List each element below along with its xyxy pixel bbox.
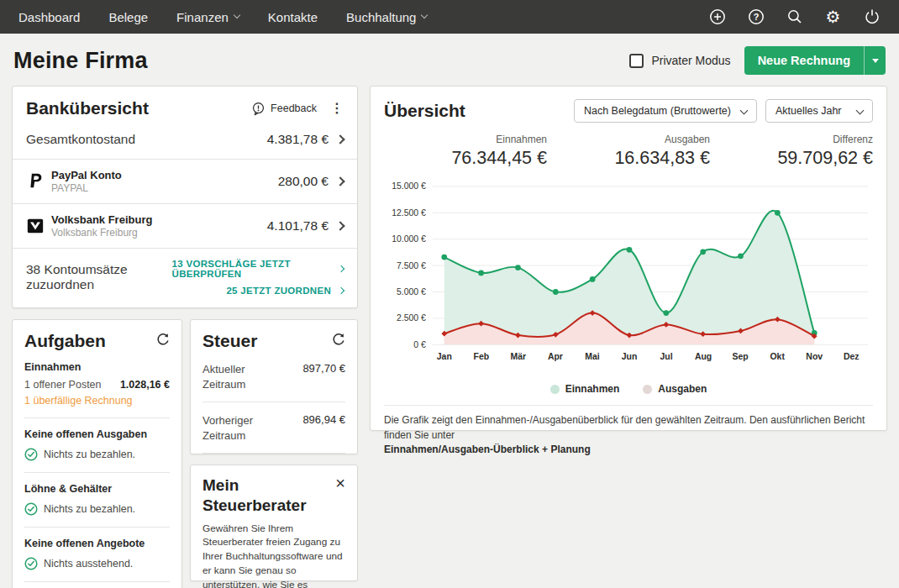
chevron-down-icon [421, 12, 428, 18]
bank-overview-card: Bankübersicht Feedback ⋮ Gesamtkontostan… [12, 86, 358, 308]
help-icon[interactable]: ? [747, 8, 765, 26]
bank-account-subtitle: Volksbank Freiburg [51, 227, 152, 239]
bank-action-link-label: 25 JETZT ZUORDNEN [226, 286, 331, 296]
bank-account-row[interactable]: PayPal KontoPAYPAL280,00 € [13, 159, 357, 203]
svg-text:7.500 €: 7.500 € [397, 261, 426, 270]
search-icon[interactable] [786, 8, 803, 26]
chevron-right-icon [335, 176, 344, 186]
bank-action-link[interactable]: 13 VORSCHLÄGE JETZT ÜBERPRÜFEN [172, 259, 344, 279]
svg-text:Sep: Sep [733, 352, 749, 361]
task-section-heading: Löhne & Gehälter [24, 483, 170, 495]
refresh-icon[interactable] [156, 333, 170, 349]
nav-item-label: Dashboard [18, 10, 80, 24]
check-circle-icon [24, 557, 38, 570]
footnote-text: Die Grafik zeigt den Einnahmen-/Ausgaben… [384, 414, 865, 440]
svg-text:Dez: Dez [844, 352, 860, 361]
feedback-button[interactable]: Feedback [251, 102, 317, 116]
unassigned-transactions-label: 38 Kontoumsätze zuzuordnen [26, 262, 172, 292]
overview-stat: Ausgaben16.634,83 € [547, 134, 710, 169]
power-icon[interactable] [863, 8, 881, 26]
task-row-value: 1.028,16 € [120, 379, 170, 391]
svg-text:15.000 €: 15.000 € [392, 181, 426, 191]
private-mode-checkbox[interactable] [629, 54, 644, 68]
task-ok-row: Nichts zu bezahlen. [24, 448, 170, 461]
chevron-right-icon [338, 287, 344, 294]
new-invoice-dropdown-button[interactable] [864, 46, 886, 75]
svg-text:0 €: 0 € [413, 340, 426, 349]
chevron-right-icon [335, 134, 344, 144]
period-value: Aktuelles Jahr [775, 105, 842, 117]
tax-period-label: Vorheriger Zeitraum [202, 413, 270, 443]
task-section-heading: Einnahmen [24, 361, 170, 373]
svg-text:Jan: Jan [437, 352, 452, 361]
nav-items: DashboardBelegeFinanzenKontakteBuchhaltu… [18, 10, 427, 24]
kebab-menu-icon[interactable]: ⋮ [330, 102, 344, 115]
svg-text:Nov: Nov [806, 352, 823, 361]
total-balance-row[interactable]: Gesamtkontostand 4.381,78 € [13, 129, 357, 159]
caret-down-icon [872, 59, 879, 63]
overview-card-title: Übersicht [384, 101, 465, 121]
svg-text:Okt: Okt [770, 352, 785, 361]
period-select[interactable]: Aktuelles Jahr [765, 99, 873, 123]
total-balance-label: Gesamtkontostand [26, 132, 135, 147]
svg-text:Apr: Apr [548, 352, 563, 361]
overview-stat: Differenz59.709,62 € [710, 134, 873, 169]
nav-item-belege[interactable]: Belege [108, 10, 148, 24]
chart-svg: 0 €2.500 €5.000 €7.500 €10.000 €12.500 €… [384, 172, 873, 375]
svg-text:Mär: Mär [511, 352, 527, 361]
chart-legend: EinnahmenAusgaben [384, 383, 873, 395]
close-icon[interactable]: × [335, 475, 345, 491]
svg-text:Jul: Jul [660, 352, 672, 361]
stat-label: Ausgaben [547, 134, 710, 145]
bank-action-link[interactable]: 25 JETZT ZUORDNEN [226, 286, 344, 296]
private-mode-label: Privater Modus [651, 54, 730, 67]
divider [24, 527, 170, 528]
bank-account-balance: 280,00 € [278, 174, 344, 189]
bank-card-title: Bankübersicht [26, 98, 149, 118]
chart-footnote: Die Grafik zeigt den Einnahmen-/Ausgaben… [384, 413, 873, 457]
page-title: Meine Firma [13, 48, 148, 74]
check-circle-icon [24, 502, 38, 516]
task-ok-label: Nichts zu bezahlen. [44, 503, 135, 515]
tax-period-value: 897,70 € [302, 362, 345, 375]
tax-card: Steuer Aktueller Zeitraum897,70 €Vorheri… [190, 319, 358, 454]
nav-item-finanzen[interactable]: Finanzen [176, 10, 239, 24]
bank-account-info: PayPal KontoPAYPAL [51, 169, 122, 194]
settings-icon[interactable]: ⚙ [824, 8, 842, 26]
balance-value: 280,00 € [278, 174, 329, 189]
bank-account-info: Volksbank FreiburgVolksbank Freiburg [51, 213, 152, 239]
footnote-report-link[interactable]: Einnahmen/Ausgaben-Überblick + Planung [384, 444, 591, 455]
nav-item-kontakte[interactable]: Kontakte [268, 10, 318, 24]
add-circle-icon[interactable] [708, 8, 726, 26]
date-basis-select[interactable]: Nach Belegdatum (Bruttowerte) [574, 99, 757, 123]
feedback-label: Feedback [271, 102, 317, 114]
new-invoice-split-button: Neue Rechnung [744, 46, 886, 75]
nav-item-buchhaltung[interactable]: Buchhaltung [346, 10, 427, 24]
bank-account-name: PayPal Konto [51, 169, 122, 181]
overview-card: Übersicht Nach Belegdatum (Bruttowerte) … [370, 86, 887, 431]
refresh-icon[interactable] [332, 333, 345, 349]
private-mode-toggle[interactable]: Privater Modus [629, 54, 730, 68]
task-row-label: 1 offener Posten [24, 379, 102, 391]
legend-item-einnahmen: Einnahmen [550, 383, 620, 395]
nav-item-dashboard[interactable]: Dashboard [18, 10, 80, 24]
legend-label: Einnahmen [565, 383, 620, 395]
bank-account-row[interactable]: Volksbank FreiburgVolksbank Freiburg4.10… [13, 203, 357, 248]
task-ok-label: Nichts zu bezahlen. [44, 449, 135, 460]
tax-advisor-card: Mein Steuerberater × Gewähren Sie Ihrem … [190, 465, 358, 581]
task-overdue-warning[interactable]: 1 überfällige Rechnung [24, 395, 170, 407]
task-row[interactable]: 1 offener Posten1.028,16 € [24, 379, 170, 391]
chevron-right-icon [335, 221, 344, 230]
task-ok-label: Nichts ausstehend. [44, 558, 133, 570]
feedback-bubble-icon [251, 102, 265, 116]
nav-item-label: Belege [108, 10, 148, 24]
chevron-down-icon [740, 107, 749, 115]
nav-item-label: Kontakte [268, 10, 318, 24]
bank-account-subtitle: PAYPAL [51, 182, 122, 194]
nav-item-label: Finanzen [176, 10, 229, 24]
tasks-card: Aufgaben Einnahmen1 offener Posten1.028,… [12, 319, 182, 588]
svg-text:Mai: Mai [585, 352, 600, 361]
bank-account-balance: 4.101,78 € [267, 218, 344, 234]
tax-period-row: Aktueller Zeitraum897,70 € [202, 362, 345, 402]
new-invoice-button[interactable]: Neue Rechnung [744, 46, 864, 75]
